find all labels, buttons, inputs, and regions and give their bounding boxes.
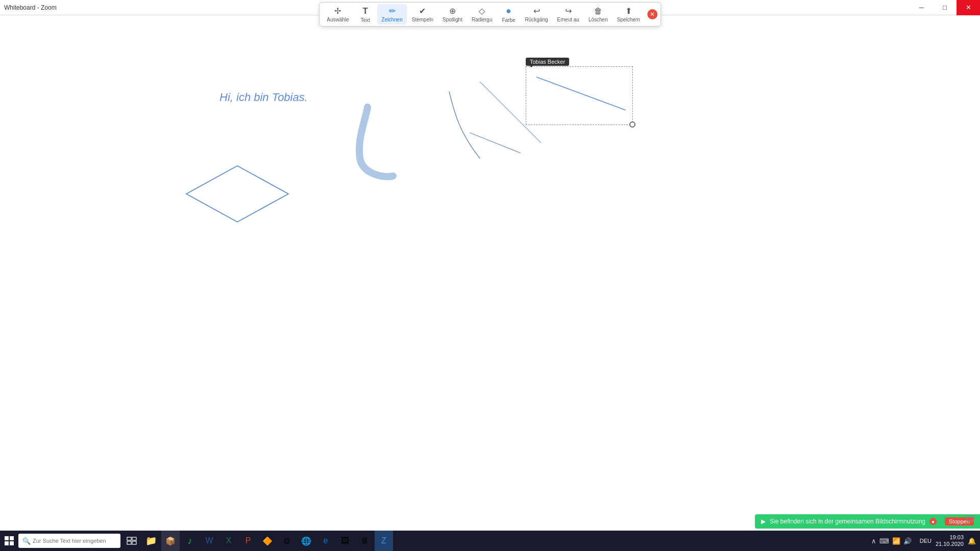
tool-erneut[interactable]: ↪ Erneut au (553, 4, 583, 24)
tool-stempeln[interactable]: ✔ Stempeln (408, 4, 437, 24)
zoom-button[interactable]: Z (375, 531, 393, 551)
explorer-icon: 📁 (145, 535, 157, 546)
notification-indicator: ● (929, 518, 937, 525)
chevron-icon[interactable]: ∧ (871, 537, 876, 545)
radieren-icon: ◇ (479, 6, 485, 16)
app4-icon: 🖼 (341, 536, 349, 545)
screen-share-notification: ▶ Sie befinden sich in der gemeinsamen B… (755, 514, 980, 529)
erneut-icon: ↪ (565, 6, 572, 16)
tool-rueckgang[interactable]: ↩ Rückgäng (521, 4, 552, 24)
canvas-text: Hi, ich bin Tobias. (219, 91, 308, 104)
toolbar-close-button[interactable]: ✕ (647, 9, 657, 19)
farbe-label: Farbe (502, 17, 515, 23)
app3-button[interactable]: ⚙ (278, 531, 296, 551)
tool-text[interactable]: T Text (354, 4, 377, 25)
minimize-button[interactable]: ─ (910, 0, 933, 15)
svg-rect-8 (132, 537, 136, 540)
svg-rect-6 (10, 541, 14, 545)
chat-icon[interactable] (965, 514, 976, 528)
spotify-button[interactable]: ♪ (181, 531, 199, 551)
chrome-icon: 🌐 (301, 536, 311, 546)
app3-icon: ⚙ (283, 536, 290, 546)
tool-auswahl[interactable]: ✢ Auswähle (323, 4, 353, 24)
speichern-icon: ⬆ (625, 6, 632, 16)
tool-loeschen[interactable]: 🗑 Löschen (584, 5, 612, 24)
word-button[interactable]: W (200, 531, 218, 551)
search-input[interactable] (33, 538, 109, 544)
edge-icon: e (324, 536, 328, 545)
search-icon: 🔍 (22, 537, 31, 545)
taskbar: 🔍 📁 📦 ♪ W X P � (0, 531, 980, 551)
system-tray: ∧ ⌨ 📶 🔊 DEU 19:03 21.10.2020 🔔 (867, 534, 980, 547)
powerpoint-icon: P (246, 536, 251, 545)
auswahl-label: Auswähle (327, 17, 349, 22)
time-label: 19:03 (949, 534, 964, 541)
app5-button[interactable]: 🖥 (355, 531, 374, 551)
auswahl-icon: ✢ (334, 6, 341, 16)
text-label: Text (360, 17, 370, 23)
resize-handle[interactable] (629, 121, 635, 128)
date-label: 21.10.2020 (936, 541, 964, 547)
powerpoint-button[interactable]: P (239, 531, 257, 551)
task-view-button[interactable] (122, 531, 141, 551)
taskview-icon (127, 537, 137, 545)
zeichnen-label: Zeichnen (382, 17, 403, 22)
loeschen-icon: 🗑 (594, 7, 602, 16)
rueckgang-icon: ↩ (533, 6, 540, 16)
volume-icon[interactable]: 🔊 (903, 537, 912, 545)
whiteboard-canvas[interactable]: Hi, ich bin Tobias. Tobias Becker (0, 15, 980, 531)
app5-icon: 🖥 (360, 536, 369, 545)
start-button[interactable] (0, 531, 18, 551)
tool-spotlight[interactable]: ⊕ Spotlight (438, 4, 467, 24)
selected-element-box (526, 66, 633, 125)
spotlight-icon: ⊕ (449, 6, 456, 16)
maximize-button[interactable]: □ (933, 0, 957, 15)
brush-stroke (352, 97, 444, 189)
svg-rect-4 (10, 536, 14, 540)
tool-speichern[interactable]: ⬆ Speichern (613, 4, 644, 24)
notification-icon: ▶ (761, 518, 766, 525)
user-label: Tobias Becker (526, 58, 569, 66)
spotlight-label: Spotlight (443, 17, 462, 22)
toolbar: ✢ Auswähle T Text ✏ Zeichnen ✔ Stempeln … (319, 2, 661, 27)
app4-button[interactable]: 🖼 (336, 531, 354, 551)
keyboard-icon[interactable]: ⌨ (879, 537, 889, 545)
network-icon[interactable]: 📶 (892, 537, 900, 545)
tool-zeichnen[interactable]: ✏ Zeichnen (378, 4, 407, 24)
tool-radieren[interactable]: ◇ Radiergu (468, 4, 497, 24)
close-button[interactable]: ✕ (957, 0, 980, 15)
diamond-shape (184, 163, 291, 224)
selected-line (526, 67, 633, 126)
search-bar[interactable]: 🔍 (18, 534, 120, 548)
app1-button[interactable]: 📦 (161, 531, 180, 551)
zeichnen-icon: ✏ (389, 6, 396, 16)
notification-message: Sie befinden sich in der gemeinsamen Bil… (770, 518, 925, 525)
word-icon: W (205, 536, 213, 545)
rueckgang-label: Rückgäng (525, 17, 548, 22)
explorer-button[interactable]: 📁 (142, 531, 160, 551)
window-title: Whiteboard - Zoom (4, 4, 57, 11)
stempeln-icon: ✔ (419, 6, 426, 16)
svg-rect-3 (5, 536, 9, 540)
taskbar-apps: 📁 📦 ♪ W X P 🔶 ⚙ 🌐 e 🖼 (120, 531, 395, 551)
svg-marker-0 (186, 166, 288, 222)
erneut-label: Erneut au (557, 17, 579, 22)
excel-icon: X (226, 536, 232, 545)
window-controls: ─ □ ✕ (910, 0, 980, 15)
windows-icon (4, 536, 14, 546)
tool-farbe[interactable]: ● Farbe (498, 4, 520, 25)
svg-line-2 (536, 77, 626, 110)
svg-rect-7 (127, 537, 131, 540)
svg-line-1 (470, 133, 521, 153)
app2-button[interactable]: 🔶 (258, 531, 277, 551)
svg-rect-9 (127, 541, 131, 544)
clock[interactable]: 19:03 21.10.2020 (936, 534, 964, 547)
text-icon: T (362, 6, 368, 16)
edge-button[interactable]: e (316, 531, 335, 551)
excel-button[interactable]: X (219, 531, 238, 551)
chrome-button[interactable]: 🌐 (297, 531, 315, 551)
stempeln-label: Stempeln (412, 17, 433, 22)
notification-icon[interactable]: 🔔 (968, 537, 976, 545)
spotify-icon: ♪ (188, 536, 192, 546)
radieren-label: Radiergu (472, 17, 493, 22)
